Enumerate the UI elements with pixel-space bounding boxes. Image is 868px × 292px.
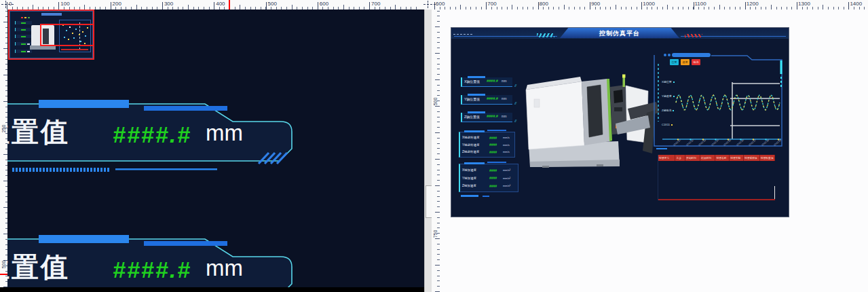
axis-position-unit: mm bbox=[206, 120, 243, 146]
ruler-label: 1200 bbox=[747, 1, 759, 7]
editor-window: 0100200300400500600700 60070080090010001… bbox=[0, 0, 868, 292]
y-tick-dot bbox=[671, 124, 673, 126]
axis-label: Y轴加速度 bbox=[462, 177, 489, 180]
axis-label: Y轴位置值 bbox=[464, 97, 480, 101]
axis-data-row: Z轴进给速度####mm/s bbox=[460, 150, 514, 154]
chart-y-label: X轴位置 bbox=[662, 80, 675, 84]
ruler-label: 1000 bbox=[643, 1, 655, 7]
mini-value-dash bbox=[21, 36, 26, 37]
ruler-label: 700 bbox=[487, 1, 496, 7]
mini-widget-row bbox=[15, 50, 32, 53]
left-editor-canvas[interactable]: 位置值 ####.# mm 位置值 ####.# mm bbox=[7, 10, 424, 287]
alarm-table[interactable]: 报警序号工步开始时间结束时间报警名称报警类型报警采样值报警检查值 bbox=[658, 155, 775, 200]
position-value-widget-1[interactable]: 位置值 ####.# mm bbox=[7, 98, 302, 180]
axis-position-widget[interactable]: Y轴位置值####.#mm// bbox=[461, 95, 512, 105]
table-column-header: 报警检查值 bbox=[760, 155, 775, 161]
axis-position-label: 位置值 bbox=[7, 249, 70, 286]
table-bottom-line bbox=[658, 199, 775, 200]
mini-status-leds bbox=[21, 17, 30, 18]
ruler-label: 500 bbox=[433, 98, 438, 106]
axis-value: ####.# bbox=[487, 114, 498, 118]
axis-unit: mm/s bbox=[503, 150, 512, 153]
axis-data-row: X轴加速度####mm/s² bbox=[460, 168, 518, 172]
axis-position-widget[interactable]: Z轴位置值####.#mm// bbox=[461, 113, 512, 122]
mini-value-dash bbox=[21, 22, 26, 24]
right-pane-top-ruler[interactable]: 60070080090010001100120013001400 bbox=[434, 0, 868, 10]
axis-value: #### bbox=[489, 150, 503, 154]
ruler-label: 900 bbox=[591, 1, 600, 7]
axis-label: X轴进给速度 bbox=[462, 136, 489, 139]
ruler-label: 1300 bbox=[798, 1, 810, 7]
axis-position-unit: mm bbox=[206, 255, 243, 281]
legend-button[interactable]: 速度 bbox=[681, 59, 690, 65]
mini-widget-row bbox=[15, 28, 32, 31]
axis-value: #### bbox=[489, 176, 503, 180]
table-column-header: 报警类型 bbox=[730, 155, 744, 161]
axis-unit: mm/s² bbox=[503, 184, 516, 187]
panel-underline-dash bbox=[483, 196, 489, 197]
table-column-header: 报警名称 bbox=[715, 155, 730, 161]
axis-data-row: X轴进给速度####mm/s bbox=[460, 136, 514, 140]
axis-unit: mm/s² bbox=[503, 177, 516, 180]
ruler-label: 0 bbox=[9, 1, 12, 7]
chart-y-label: C1X11 bbox=[662, 123, 673, 126]
navigator-thumbnail[interactable] bbox=[8, 10, 94, 60]
ruler-label: 250 bbox=[1, 125, 6, 133]
axis-label: Y轴进给速度 bbox=[462, 143, 489, 147]
ruler-label: 700 bbox=[371, 1, 380, 7]
axis-unit: mm bbox=[502, 79, 507, 83]
ruler-label: 400 bbox=[216, 1, 225, 7]
widget-top-bar bbox=[468, 94, 485, 96]
table-column-header: 报警序号 bbox=[658, 155, 675, 161]
table-scrollbar[interactable] bbox=[774, 186, 776, 200]
dashboard-header: 控制仿真平台 bbox=[451, 28, 789, 39]
panel-underline-decor bbox=[461, 195, 478, 197]
left-pane-top-ruler[interactable]: 0100200300400500600700 bbox=[7, 0, 421, 10]
chart-y-label: Y轴速度 bbox=[662, 94, 675, 98]
mini-led bbox=[28, 17, 30, 18]
axis-unit: mm bbox=[502, 115, 507, 118]
axis-label: Z轴进给速度 bbox=[462, 150, 489, 153]
cnc-machine-image bbox=[515, 64, 660, 168]
ruler-label: 800 bbox=[540, 1, 548, 7]
axis-position-value: ####.# bbox=[113, 257, 191, 283]
dashboard-title: 控制仿真平台 bbox=[560, 29, 679, 38]
chart-underline-decor bbox=[656, 148, 667, 149]
axis-label: Z轴加速度 bbox=[462, 184, 489, 187]
navigator-viewport-rect[interactable] bbox=[40, 24, 94, 46]
legend-button[interactable]: 电流 bbox=[692, 59, 700, 65]
ruler-label: 600 bbox=[436, 1, 445, 7]
mini-value-dash bbox=[21, 51, 26, 52]
y-tick-dot bbox=[673, 96, 675, 97]
ruler-label: 1400 bbox=[850, 1, 862, 7]
y-tick-dot bbox=[673, 81, 675, 83]
table-column-header: 开始时间 bbox=[685, 155, 700, 161]
canvas-out-of-page-area bbox=[0, 287, 432, 292]
dashboard-screen[interactable]: 控制仿真平台 X轴位置值####.#mm//Y轴位置值####.#mm//Z轴位… bbox=[451, 27, 789, 217]
table-column-header: 结束时间 bbox=[700, 155, 715, 161]
mini-value-dash bbox=[21, 43, 26, 45]
axis-data-row: Y轴进给速度####mm/s bbox=[460, 143, 514, 147]
mini-led bbox=[21, 17, 23, 18]
feed-speed-panel[interactable]: X轴进给速度####mm/sY轴进给速度####mm/sZ轴进给速度####mm… bbox=[459, 132, 515, 158]
ruler-label: 100 bbox=[60, 1, 69, 7]
axis-data-row: Y轴加速度####mm/s² bbox=[460, 176, 518, 180]
chart-graphic bbox=[654, 52, 785, 147]
widget-top-bar bbox=[468, 76, 485, 78]
alarm-table-header: 报警序号工步开始时间结束时间报警名称报警类型报警采样值报警检查值 bbox=[658, 155, 775, 161]
axis-position-widget[interactable]: X轴位置值####.#mm// bbox=[461, 77, 512, 87]
chart-y-label: Z轴电流 bbox=[662, 109, 674, 112]
axis-label: X轴位置值 bbox=[464, 79, 480, 84]
y-tick-dot bbox=[673, 110, 674, 111]
trend-chart-panel[interactable]: 位置速度电流 X轴位置Y轴速度Z轴电流C1X11 10:02:5110:02:5… bbox=[654, 52, 785, 147]
ruler-label: 500 bbox=[268, 1, 277, 7]
acceleration-panel[interactable]: X轴加速度####mm/s²Y轴加速度####mm/s²Z轴加速度####mm/… bbox=[459, 164, 518, 192]
axis-value: #### bbox=[489, 143, 503, 147]
axis-data-row: Z轴加速度####mm/s² bbox=[460, 184, 518, 188]
legend-button[interactable]: 位置 bbox=[670, 59, 679, 65]
ruler-label: 500 bbox=[1, 261, 6, 269]
axis-value: ####.# bbox=[487, 79, 498, 83]
axis-unit: mm/s² bbox=[503, 168, 516, 172]
table-column-header: 工步 bbox=[675, 155, 685, 161]
position-value-widget-2[interactable]: 位置值 ####.# mm bbox=[7, 234, 302, 287]
